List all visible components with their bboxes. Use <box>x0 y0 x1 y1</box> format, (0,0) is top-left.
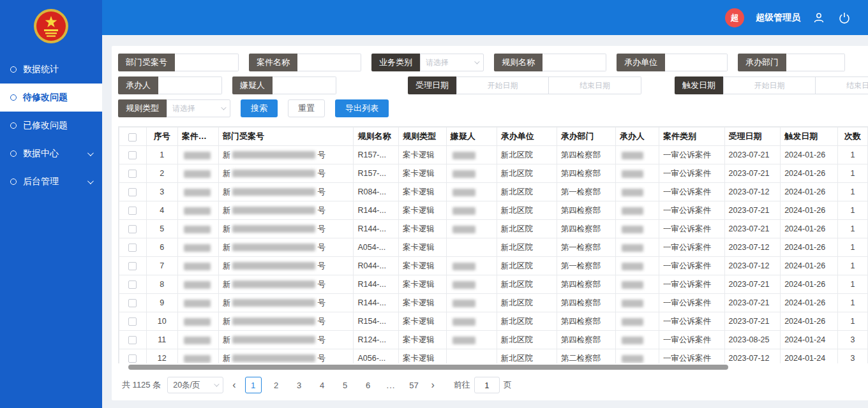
suspect-input[interactable] <box>273 76 336 94</box>
row-checkbox[interactable] <box>128 280 137 289</box>
pager-page-4[interactable]: 4 <box>314 377 331 393</box>
row-checkbox[interactable] <box>128 151 137 159</box>
row-checkbox-cell <box>119 294 147 312</box>
row-checkbox[interactable] <box>128 244 137 252</box>
row-checkbox[interactable] <box>128 170 137 178</box>
rule-type-select[interactable]: 请选择 <box>167 99 230 117</box>
cell-unit: 新北区院 <box>497 312 557 331</box>
pager-page-2[interactable]: 2 <box>268 377 285 393</box>
dept-case-no-input[interactable] <box>175 54 239 71</box>
row-checkbox[interactable] <box>128 207 137 215</box>
column-header: 触发日期 <box>781 127 838 146</box>
horizontal-scrollbar[interactable] <box>128 365 728 370</box>
row-checkbox[interactable] <box>128 299 137 307</box>
filter-row-2: 承办人 嫌疑人 受理日期 开始日期 结束日期 <box>118 76 868 94</box>
user-icon[interactable] <box>812 11 826 25</box>
circle-icon <box>10 66 17 73</box>
cell-rule-name: R154-... <box>354 312 399 331</box>
redacted-text <box>232 280 315 288</box>
cell-handler <box>615 201 659 220</box>
cell-trigger-date: 2024-01-24 <box>781 349 838 364</box>
redacted-text <box>453 170 475 178</box>
cell-category: 一审公诉案件 <box>659 201 725 220</box>
sidebar-item-pending-issues[interactable]: 待修改问题 <box>0 84 102 112</box>
row-checkbox-cell <box>119 183 147 201</box>
column-header: 承办部门 <box>557 127 615 146</box>
cell-unit: 新北区院 <box>497 238 557 257</box>
cell-accept-date: 2023-07-21 <box>724 220 781 238</box>
pager-page-3[interactable]: 3 <box>291 377 308 393</box>
select-all-checkbox[interactable] <box>128 133 137 142</box>
accept-date-start-input[interactable]: 开始日期 <box>456 76 549 94</box>
cell-unit: 新北区院 <box>497 294 557 312</box>
column-header: 序号 <box>146 127 177 146</box>
row-checkbox[interactable] <box>128 354 137 363</box>
cell-suspect <box>446 220 497 238</box>
cell-dept: 第四检察部 <box>557 146 615 164</box>
pagination-bar: 共 1125 条 20条/页 ‹ 123456...57 › 前往 页 <box>118 371 868 397</box>
sidebar-item-backend-admin[interactable]: 后台管理 <box>0 168 102 196</box>
handler-input[interactable] <box>158 76 222 94</box>
cell-trigger-date: 2024-01-26 <box>781 312 838 331</box>
cell-case-name <box>177 220 218 238</box>
date-end-placeholder: 结束日期 <box>580 80 610 91</box>
row-checkbox-cell <box>119 349 147 364</box>
chevron-down-icon <box>221 105 226 110</box>
cell-seq: 8 <box>146 275 177 294</box>
business-type-select[interactable]: 请选择 <box>420 54 484 71</box>
sidebar-item-modified-issues[interactable]: 已修改问题 <box>0 112 102 140</box>
redacted-text <box>622 189 643 196</box>
redacted-text <box>232 207 315 214</box>
filter-row-1: 部门受案号 案件名称 业务类别 请选择 <box>118 54 868 71</box>
pager-page-5[interactable]: 5 <box>337 377 354 393</box>
pager-ellipsis[interactable]: ... <box>383 377 400 393</box>
next-page-button[interactable]: › <box>429 379 437 391</box>
sidebar-item-data-center[interactable]: 数据中心 <box>0 140 102 168</box>
row-checkbox[interactable] <box>128 317 137 326</box>
reset-button[interactable]: 重置 <box>288 99 325 117</box>
cell-trigger-date: 2024-01-26 <box>781 257 838 275</box>
cell-category: 一审公诉案件 <box>659 294 725 312</box>
page-size-select[interactable]: 20条/页 <box>167 377 223 393</box>
cell-dept: 第四检察部 <box>557 331 615 349</box>
power-icon[interactable] <box>837 11 851 25</box>
row-checkbox[interactable] <box>128 336 137 344</box>
row-checkbox-cell <box>119 164 147 183</box>
pager-page-6[interactable]: 6 <box>360 377 377 393</box>
case-name-input[interactable] <box>297 54 361 71</box>
export-button[interactable]: 导出列表 <box>335 99 389 117</box>
cell-accept-date: 2023-07-12 <box>724 183 781 201</box>
cell-case-name <box>177 183 218 201</box>
cell-trigger-date: 2024-01-26 <box>781 275 838 294</box>
cell-count: 1 <box>837 220 867 238</box>
cell-rule-name: R144-... <box>354 220 399 238</box>
cell-dept: 第一检察部 <box>557 238 615 257</box>
sidebar-item-data-statistics[interactable]: 数据统计 <box>0 55 102 84</box>
prev-page-button[interactable]: ‹ <box>230 379 238 391</box>
content-panel: 部门受案号 案件名称 业务类别 请选择 <box>112 46 868 400</box>
avatar[interactable]: 超 <box>725 8 744 27</box>
redacted-text <box>622 226 643 233</box>
search-button[interactable]: 搜索 <box>241 99 278 117</box>
cell-rule-name: R144-... <box>354 294 399 312</box>
trigger-date-start-input[interactable]: 开始日期 <box>723 76 816 94</box>
goto-page-input[interactable] <box>474 377 500 393</box>
table-row: 12新号A056-...案卡逻辑新北区院第二检察部一审公诉案件2023-07-1… <box>119 349 868 364</box>
trigger-date-end-input[interactable]: 结束日期 <box>816 76 868 94</box>
unit-input[interactable] <box>665 54 728 71</box>
rule-name-input[interactable] <box>542 54 606 71</box>
cell-rule-type: 案卡逻辑 <box>398 146 446 164</box>
cell-trigger-date: 2024-01-26 <box>781 238 838 257</box>
redacted-text <box>622 170 643 178</box>
national-emblem-logo <box>0 0 102 55</box>
dept-input[interactable] <box>786 54 845 71</box>
row-checkbox[interactable] <box>128 188 137 196</box>
row-checkbox[interactable] <box>128 262 137 270</box>
pager-page-57[interactable]: 57 <box>406 377 423 393</box>
redacted-text <box>232 151 315 159</box>
pager-page-1[interactable]: 1 <box>245 377 262 393</box>
row-checkbox[interactable] <box>128 225 137 233</box>
cell-dept: 第一检察部 <box>557 257 615 275</box>
redacted-text <box>184 152 211 159</box>
accept-date-end-input[interactable]: 结束日期 <box>549 76 641 94</box>
